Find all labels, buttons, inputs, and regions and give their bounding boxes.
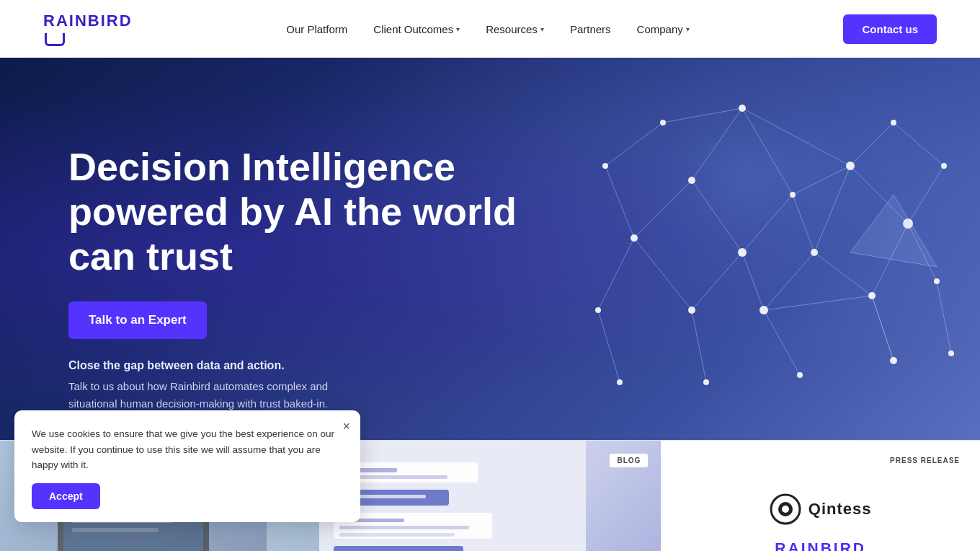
chevron-down-icon: ▾ xyxy=(540,25,544,33)
hero-section: Decision Intelligence powered by AI the … xyxy=(0,58,980,440)
svg-point-46 xyxy=(797,372,803,378)
header: RAINBIRD Our Platform Client Outcomes ▾ … xyxy=(0,0,980,58)
svg-point-41 xyxy=(934,278,940,284)
cookie-text: We use cookies to ensure that we give yo… xyxy=(32,426,343,473)
svg-point-48 xyxy=(617,379,623,385)
press-badge: PRESS RELEASE xyxy=(883,454,967,467)
svg-point-39 xyxy=(631,234,638,242)
logo-icon xyxy=(45,33,65,46)
svg-point-84 xyxy=(782,506,789,513)
svg-point-42 xyxy=(760,306,768,314)
logo[interactable]: RAINBIRD xyxy=(43,12,133,46)
svg-line-21 xyxy=(598,310,620,382)
nav-our-platform[interactable]: Our Platform xyxy=(286,23,347,35)
svg-rect-74 xyxy=(334,546,463,551)
svg-point-35 xyxy=(688,177,695,184)
svg-line-22 xyxy=(937,281,951,353)
blog-badge: BLOG xyxy=(610,454,648,467)
hero-desc-body: Talk to us about how Rainbird automates … xyxy=(68,378,371,413)
nav-resources[interactable]: Resources ▾ xyxy=(486,23,544,35)
nav-company[interactable]: Company ▾ xyxy=(637,23,690,35)
rainbird-logo-small: RAINBIRD xyxy=(775,539,866,552)
svg-point-53 xyxy=(941,163,947,169)
blog-card[interactable]: BLOG xyxy=(319,440,662,551)
contact-us-button[interactable]: Contact us xyxy=(843,14,937,44)
svg-point-38 xyxy=(738,248,747,257)
hero-title: Decision Intelligence powered by AI the … xyxy=(68,144,537,278)
svg-rect-62 xyxy=(72,528,159,532)
cookie-banner: × We use cookies to ensure that we give … xyxy=(14,410,360,522)
svg-point-51 xyxy=(602,163,608,169)
svg-point-47 xyxy=(703,379,709,385)
svg-point-37 xyxy=(811,249,818,256)
main-nav: Our Platform Client Outcomes ▾ Resources… xyxy=(286,23,690,35)
svg-line-27 xyxy=(894,123,944,166)
svg-point-52 xyxy=(891,120,896,125)
cookie-accept-button[interactable]: Accept xyxy=(32,483,100,509)
svg-point-49 xyxy=(948,351,954,356)
svg-rect-73 xyxy=(339,533,455,537)
svg-point-50 xyxy=(660,120,666,125)
svg-point-32 xyxy=(739,105,746,112)
talk-to-expert-button[interactable]: Talk to an Expert xyxy=(68,301,207,339)
cookie-close-button[interactable]: × xyxy=(342,419,350,434)
svg-line-30 xyxy=(872,296,894,361)
chevron-down-icon: ▾ xyxy=(456,25,460,33)
logo-text: RAINBIRD xyxy=(43,12,133,30)
hero-content: Decision Intelligence powered by AI the … xyxy=(68,144,537,413)
chevron-down-icon: ▾ xyxy=(686,25,690,33)
svg-point-45 xyxy=(890,357,897,364)
svg-line-28 xyxy=(908,166,944,224)
svg-point-44 xyxy=(595,307,601,313)
qintess-logo: Qintess xyxy=(770,493,872,525)
svg-point-34 xyxy=(790,192,796,198)
svg-point-43 xyxy=(688,307,695,314)
nav-partners[interactable]: Partners xyxy=(570,23,611,35)
hero-desc-main: Close the gap between data and action. xyxy=(68,359,537,372)
nav-client-outcomes[interactable]: Client Outcomes ▾ xyxy=(373,23,460,35)
svg-point-40 xyxy=(868,292,876,299)
press-release-card[interactable]: PRESS RELEASE Qintess RAINBIRD xyxy=(661,440,980,551)
neural-network-graphic xyxy=(490,58,980,440)
svg-rect-72 xyxy=(339,526,469,529)
svg-point-33 xyxy=(846,162,855,170)
